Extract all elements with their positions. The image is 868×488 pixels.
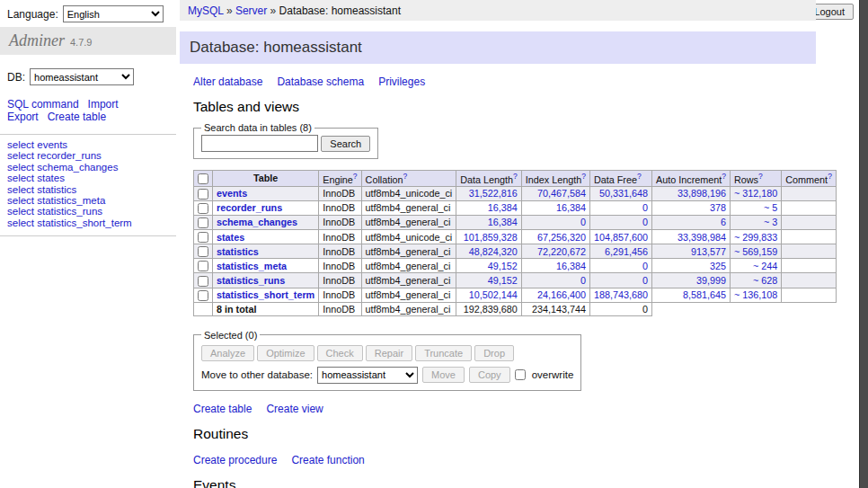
breadcrumb-link-server[interactable]: Server [235, 4, 267, 17]
alter-database-link[interactable]: Alter database [193, 75, 262, 88]
sidebar-table-link-select-statistics-short-term[interactable]: select statistics_short_term [0, 217, 176, 228]
app-name[interactable]: Adminer [9, 31, 65, 49]
index-length-link[interactable]: 67,256,320 [537, 232, 586, 243]
auto-increment-link[interactable]: 33,398,984 [678, 232, 726, 243]
sidebar-table-link-select-events[interactable]: select events [0, 139, 176, 150]
data-length-link[interactable]: 16,384 [488, 202, 518, 213]
move-button[interactable]: Move [422, 367, 465, 383]
rows-link[interactable]: ~ 628 [753, 275, 777, 286]
index-length-link[interactable]: 0 [580, 217, 586, 227]
help-icon[interactable]: ? [722, 172, 726, 181]
data-length-link[interactable]: 101,859,328 [464, 232, 518, 243]
auto-increment-link[interactable]: 39,999 [696, 275, 726, 286]
truncate-button[interactable]: Truncate [415, 345, 472, 361]
move-db-select[interactable]: homeassistant [317, 367, 418, 384]
auto-increment-link[interactable]: 8,581,645 [683, 289, 726, 300]
data-length-link[interactable]: 48,824,320 [469, 246, 518, 257]
data-free-link[interactable]: 104,857,600 [594, 232, 648, 243]
index-length-link[interactable]: 0 [580, 275, 586, 286]
data-free-link[interactable]: 50,331,648 [599, 188, 648, 199]
breadcrumb-link-mysql[interactable]: MySQL [188, 4, 224, 17]
sidebar-table-link-select-statistics[interactable]: select statistics [0, 184, 176, 195]
optimize-button[interactable]: Optimize [257, 345, 314, 361]
data-free-link[interactable]: 188,743,680 [594, 289, 648, 300]
data-free-link[interactable]: 0 [642, 202, 648, 213]
row-checkbox[interactable] [198, 217, 208, 228]
row-checkbox[interactable] [198, 203, 208, 214]
db-select[interactable]: homeassistant [30, 68, 134, 85]
table-name-link[interactable]: statistics [217, 246, 259, 257]
help-icon[interactable]: ? [513, 172, 518, 181]
scrollbar[interactable] [859, 0, 868, 488]
analyze-button[interactable]: Analyze [201, 345, 254, 361]
help-icon[interactable]: ? [403, 172, 408, 181]
sidebar-table-link-select-states[interactable]: select states [0, 173, 176, 183]
rows-link[interactable]: ~ 5 [764, 202, 777, 213]
sidebar-table-link-select-statistics-runs[interactable]: select statistics_runs [0, 206, 176, 217]
repair-button[interactable]: Repair [366, 345, 412, 361]
data-free-link[interactable]: 0 [642, 261, 648, 271]
help-icon[interactable]: ? [581, 172, 586, 181]
auto-increment-link[interactable]: 913,577 [691, 246, 726, 257]
sidebar-table-link-select-statistics-meta[interactable]: select statistics_meta [0, 195, 176, 206]
auto-increment-link[interactable]: 325 [710, 261, 726, 271]
sidebar-link-sql-command[interactable]: SQL command [7, 98, 79, 111]
rows-link[interactable]: ~ 299,833 [734, 232, 777, 243]
index-length-link[interactable]: 72,220,672 [537, 246, 586, 257]
sidebar-table-link-select-schema-changes[interactable]: select schema_changes [0, 162, 176, 173]
row-checkbox[interactable] [198, 261, 208, 271]
copy-button[interactable]: Copy [469, 367, 510, 383]
sidebar-table-link-select-recorder-runs[interactable]: select recorder_runs [0, 150, 176, 161]
auto-increment-link[interactable]: 378 [710, 202, 726, 213]
create-procedure-link[interactable]: Create procedure [193, 454, 277, 466]
help-icon[interactable]: ? [758, 172, 763, 181]
data-length-link[interactable]: 49,152 [488, 275, 518, 286]
row-checkbox[interactable] [198, 232, 208, 243]
help-icon[interactable]: ? [353, 172, 358, 181]
database-schema-link[interactable]: Database schema [277, 75, 364, 88]
sidebar-link-create-table[interactable]: Create table [48, 111, 106, 123]
data-length-link[interactable]: 10,502,144 [469, 289, 518, 300]
index-length-link[interactable]: 16,384 [556, 261, 586, 271]
table-name-link[interactable]: statistics_runs [217, 275, 285, 286]
select-all-checkbox[interactable] [198, 173, 208, 184]
table-name-link[interactable]: statistics_short_term [217, 289, 314, 300]
auto-increment-link[interactable]: 33,898,196 [678, 188, 726, 199]
check-button[interactable]: Check [317, 345, 363, 361]
rows-link[interactable]: ~ 312,180 [734, 188, 777, 199]
help-icon[interactable]: ? [637, 172, 642, 181]
help-icon[interactable]: ? [828, 172, 832, 181]
data-free-link[interactable]: 0 [642, 275, 648, 286]
index-length-link[interactable]: 16,384 [556, 202, 586, 213]
table-name-link[interactable]: events [217, 188, 247, 199]
table-name-link[interactable]: statistics_meta [217, 261, 287, 271]
sidebar-link-import[interactable]: Import [88, 98, 119, 111]
data-length-link[interactable]: 49,152 [488, 261, 518, 271]
data-length-link[interactable]: 31,522,816 [469, 188, 518, 199]
rows-link[interactable]: ~ 3 [764, 217, 777, 227]
data-free-link[interactable]: 0 [642, 217, 648, 227]
privileges-link[interactable]: Privileges [378, 75, 425, 88]
table-name-link[interactable]: recorder_runs [217, 202, 282, 213]
create-table-link[interactable]: Create table [193, 403, 252, 415]
create-function-link[interactable]: Create function [291, 454, 364, 466]
search-button[interactable]: Search [321, 136, 370, 152]
row-checkbox[interactable] [198, 189, 208, 200]
auto-increment-link[interactable]: 6 [721, 217, 726, 227]
overwrite-checkbox[interactable] [515, 369, 526, 380]
drop-button[interactable]: Drop [474, 345, 514, 361]
version-label[interactable]: 4.7.9 [70, 37, 92, 48]
sidebar-link-export[interactable]: Export [7, 111, 39, 123]
data-free-link[interactable]: 6,291,456 [605, 246, 648, 257]
rows-link[interactable]: ~ 569,159 [734, 246, 777, 257]
row-checkbox[interactable] [198, 246, 208, 257]
table-name-link[interactable]: schema_changes [217, 217, 297, 227]
table-name-link[interactable]: states [217, 232, 244, 243]
data-length-link[interactable]: 16,384 [488, 217, 518, 227]
search-input[interactable] [201, 135, 318, 152]
rows-link[interactable]: ~ 136,108 [734, 289, 777, 300]
row-checkbox[interactable] [198, 290, 208, 301]
index-length-link[interactable]: 70,467,584 [537, 188, 586, 199]
row-checkbox[interactable] [198, 276, 208, 287]
language-select[interactable]: English [63, 5, 164, 22]
